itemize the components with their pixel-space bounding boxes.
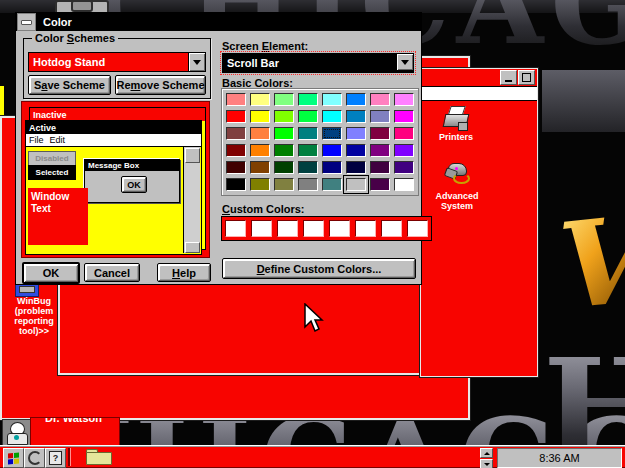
color-swatch[interactable] [370,93,390,106]
preview-ok-button[interactable]: OK [121,176,147,193]
color-swatch[interactable] [226,161,246,174]
color-swatch[interactable] [226,110,246,123]
color-swatch[interactable] [298,93,318,106]
color-swatch[interactable] [394,110,414,123]
color-swatch[interactable] [226,127,246,140]
mouse-cursor [303,303,327,339]
cycle-button[interactable] [24,448,45,468]
color-swatch[interactable] [370,161,390,174]
color-swatch[interactable] [394,144,414,157]
color-swatch[interactable] [298,144,318,157]
winbug-label[interactable]: WinBug(problemreportingtool)>> [4,296,64,336]
ok-button[interactable]: OK [22,262,80,284]
color-swatch[interactable] [322,161,342,174]
screen-element-combobox[interactable]: Scroll Bar [222,53,414,73]
color-swatch[interactable] [298,127,318,140]
color-swatch[interactable] [274,93,294,106]
color-swatch[interactable] [322,144,342,157]
help-button[interactable]: Help [157,263,211,282]
color-swatch[interactable] [322,178,342,191]
start-windows-button[interactable] [3,448,24,468]
winbug-icon[interactable] [15,283,39,297]
color-swatch[interactable] [394,93,414,106]
preview-selected-button[interactable]: Selected [28,165,76,180]
color-swatch[interactable] [226,93,246,106]
color-swatch[interactable] [274,161,294,174]
color-swatch[interactable] [250,110,270,123]
taskbar-divider [68,448,71,466]
custom-color-swatch[interactable] [303,220,324,237]
color-swatch[interactable] [346,178,366,191]
printer-icon[interactable] [442,106,470,130]
screen-element-combo-arrow-icon[interactable] [396,54,413,70]
color-swatch[interactable] [298,110,318,123]
scheme-preview[interactable]: Inactive Active File Edit [21,101,210,258]
preview-scrollbar-thumb[interactable] [185,148,200,163]
color-swatch[interactable] [370,110,390,123]
color-swatch[interactable] [346,161,366,174]
color-swatch[interactable] [346,110,366,123]
color-swatch[interactable] [346,144,366,157]
preview-active-window[interactable]: Active File Edit Disabled Selected [25,120,202,255]
color-swatch[interactable] [298,178,318,191]
color-swatch[interactable] [274,127,294,140]
color-swatch[interactable] [322,110,342,123]
dr-watson-icon[interactable] [2,419,31,446]
spinner-down-icon[interactable] [480,459,493,468]
color-swatch[interactable] [394,178,414,191]
save-scheme-button[interactable]: Save Scheme [28,75,111,95]
color-swatch[interactable] [370,144,390,157]
color-swatch[interactable] [394,127,414,140]
color-swatch[interactable] [226,178,246,191]
preview-active-title: Active [29,123,56,133]
preview-message-box[interactable]: Message Box OK [84,159,180,203]
custom-color-swatch[interactable] [355,220,376,237]
spinner-up-icon[interactable] [480,448,493,458]
color-swatch[interactable] [250,93,270,106]
color-swatch[interactable] [250,144,270,157]
color-swatch[interactable] [298,161,318,174]
color-swatch[interactable] [394,161,414,174]
printers-label[interactable]: Printers [431,132,481,142]
minimize-button[interactable] [500,70,517,85]
color-swatch[interactable] [250,161,270,174]
define-custom-colors-button[interactable]: Define Custom Colors... [222,258,416,279]
taskbar-spinner[interactable] [480,448,493,466]
custom-color-swatch[interactable] [381,220,402,237]
color-swatch[interactable] [322,127,342,140]
dr-watson-titlebar[interactable]: Dr. Watson [30,417,120,446]
custom-color-swatch[interactable] [329,220,350,237]
color-swatch[interactable] [274,110,294,123]
color-swatch[interactable] [346,127,366,140]
color-swatch[interactable] [250,127,270,140]
maximize-button[interactable] [518,70,535,85]
color-swatch[interactable] [322,93,342,106]
custom-colors-strip[interactable] [221,216,432,241]
custom-color-swatch[interactable] [277,220,298,237]
system-menu-button[interactable] [17,13,36,31]
scheme-value: Hotdog Stand [33,56,188,68]
color-swatch[interactable] [370,127,390,140]
scheme-combo-arrow-icon[interactable] [188,53,205,71]
color-swatch[interactable] [346,93,366,106]
folder-icon[interactable] [86,452,112,465]
custom-color-swatch[interactable] [407,220,428,237]
control-panel-titlebar[interactable] [421,69,537,86]
cancel-button[interactable]: Cancel [84,263,140,282]
color-swatch[interactable] [274,178,294,191]
remove-scheme-button[interactable]: Remove Scheme [115,75,206,95]
custom-color-swatch[interactable] [251,220,272,237]
color-swatch[interactable] [370,178,390,191]
color-swatch[interactable] [250,178,270,191]
color-swatch[interactable] [274,144,294,157]
color-dialog-titlebar[interactable]: Color [16,13,421,31]
scheme-combobox[interactable]: Hotdog Stand [28,52,206,72]
help-tool-button[interactable]: ? [45,448,66,468]
preview-scrollbar[interactable] [183,147,200,253]
advanced-system-icon[interactable] [444,161,470,183]
advanced-system-label[interactable]: Advanced System [427,191,487,211]
preview-scrollbar-button[interactable] [185,242,200,253]
custom-color-swatch[interactable] [225,220,246,237]
color-swatch[interactable] [226,144,246,157]
basic-colors-grid[interactable] [221,88,419,196]
